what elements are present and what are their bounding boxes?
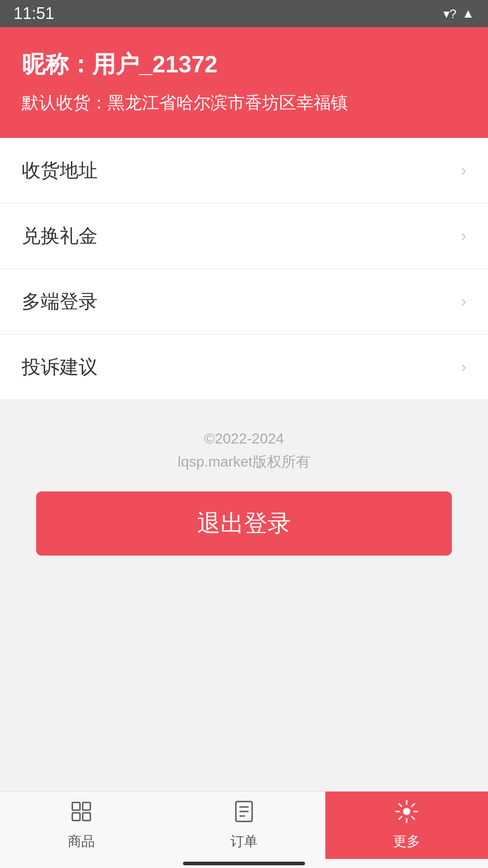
svg-line-16 xyxy=(399,816,402,819)
nav-item-products[interactable]: 商品 xyxy=(0,792,163,859)
svg-rect-3 xyxy=(83,813,90,821)
chevron-right-icon: › xyxy=(461,226,466,245)
bottom-nav: 商品 订单 更多 xyxy=(0,791,488,859)
home-indicator-bar xyxy=(183,862,305,865)
status-bar: 11:51 ▾? ▲ xyxy=(0,0,488,27)
profile-header: 昵称：用户_21372 默认收货：黑龙江省哈尔滨市香坊区幸福镇 xyxy=(0,27,488,138)
status-icons: ▾? ▲ xyxy=(443,6,474,21)
content-area xyxy=(0,583,488,791)
svg-rect-2 xyxy=(83,802,90,810)
more-icon xyxy=(395,800,418,829)
chevron-right-icon: › xyxy=(461,161,466,180)
menu-item-multi-login[interactable]: 多端登录 › xyxy=(0,269,488,335)
copyright: ©2022-2024 lqsp.market版权所有 xyxy=(0,400,488,491)
svg-line-14 xyxy=(412,816,414,819)
home-indicator xyxy=(0,859,488,868)
svg-rect-1 xyxy=(72,813,80,821)
nav-label-more: 更多 xyxy=(393,832,420,851)
nav-label-products: 商品 xyxy=(68,832,95,851)
chevron-right-icon: › xyxy=(461,292,466,311)
signal-icon: ▲ xyxy=(462,6,474,21)
wifi-icon: ▾? xyxy=(443,6,457,21)
svg-point-8 xyxy=(403,808,410,815)
chevron-right-icon: › xyxy=(461,358,466,377)
profile-address: 默认收货：黑龙江省哈尔滨市香坊区幸福镇 xyxy=(22,91,466,114)
menu-item-complaint[interactable]: 投诉建议 › xyxy=(0,335,488,400)
menu-list: 收货地址 › 兑换礼金 › 多端登录 › 投诉建议 › xyxy=(0,138,488,400)
menu-item-redeem-gift[interactable]: 兑换礼金 › xyxy=(0,203,488,269)
svg-line-15 xyxy=(412,804,414,807)
nav-item-orders[interactable]: 订单 xyxy=(163,792,325,859)
logout-button[interactable]: 退出登录 xyxy=(36,491,452,556)
logout-section: 退出登录 xyxy=(0,491,488,583)
svg-line-13 xyxy=(399,804,402,807)
profile-nickname: 昵称：用户_21372 xyxy=(22,49,466,80)
orders-icon xyxy=(232,800,256,829)
nav-item-more[interactable]: 更多 xyxy=(325,792,488,859)
status-time: 11:51 xyxy=(14,4,54,23)
menu-item-shipping-address[interactable]: 收货地址 › xyxy=(0,138,488,203)
nav-label-orders: 订单 xyxy=(230,832,258,851)
svg-rect-0 xyxy=(72,802,80,810)
products-icon xyxy=(70,800,93,829)
